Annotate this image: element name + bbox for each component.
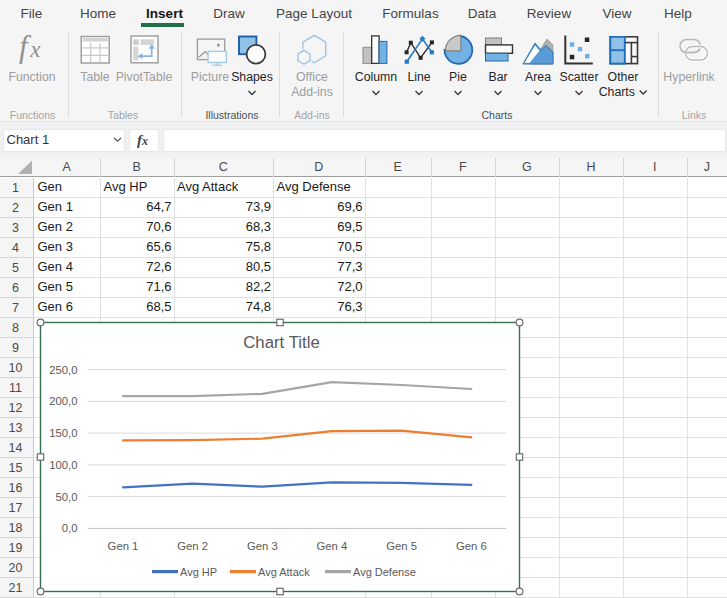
svg-text:Gen 2: Gen 2 <box>177 540 208 552</box>
svg-text:Avg HP: Avg HP <box>180 566 217 578</box>
svg-text:0,0: 0,0 <box>62 522 78 534</box>
svg-text:Gen 6: Gen 6 <box>456 540 487 552</box>
svg-text:150,0: 150,0 <box>49 427 77 439</box>
svg-text:100,0: 100,0 <box>49 459 77 471</box>
svg-text:Avg Defense: Avg Defense <box>353 566 416 578</box>
svg-text:50,0: 50,0 <box>56 491 78 503</box>
svg-text:Gen 4: Gen 4 <box>317 540 348 552</box>
svg-text:200,0: 200,0 <box>49 395 77 407</box>
svg-text:Gen 3: Gen 3 <box>247 540 278 552</box>
svg-text:Avg Attack: Avg Attack <box>258 566 310 578</box>
svg-text:250,0: 250,0 <box>49 364 77 376</box>
svg-text:Gen 1: Gen 1 <box>108 540 139 552</box>
svg-text:Gen 5: Gen 5 <box>386 540 417 552</box>
svg-text:Chart Title: Chart Title <box>243 333 319 352</box>
